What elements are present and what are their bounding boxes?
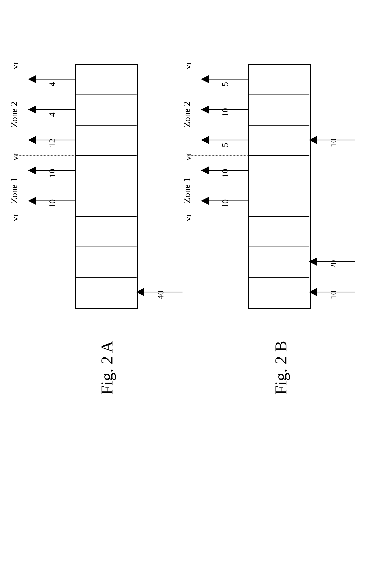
figB-out-value: 10 — [220, 165, 229, 178]
figB-in-value: 10 — [328, 134, 337, 147]
figB-out-value: 10 — [220, 195, 229, 208]
figB-arrows — [0, 0, 372, 588]
figB-out-value: 10 — [220, 104, 229, 117]
figB-in-value: 20 — [328, 256, 337, 269]
figB-vr-label: vr — [182, 59, 191, 69]
figB-vr-label: vr — [182, 150, 191, 161]
figB-vr-label: vr — [182, 211, 191, 221]
figB-zone1-label: Zone 1 — [182, 168, 190, 203]
figB-out-value: 5 — [220, 73, 229, 86]
figB-in-value: 10 — [328, 286, 337, 299]
figB-zone2-label: Zone 2 — [182, 92, 190, 127]
figB-out-value: 5 — [220, 134, 229, 147]
figB-caption: Fig. 2 B — [271, 323, 289, 395]
